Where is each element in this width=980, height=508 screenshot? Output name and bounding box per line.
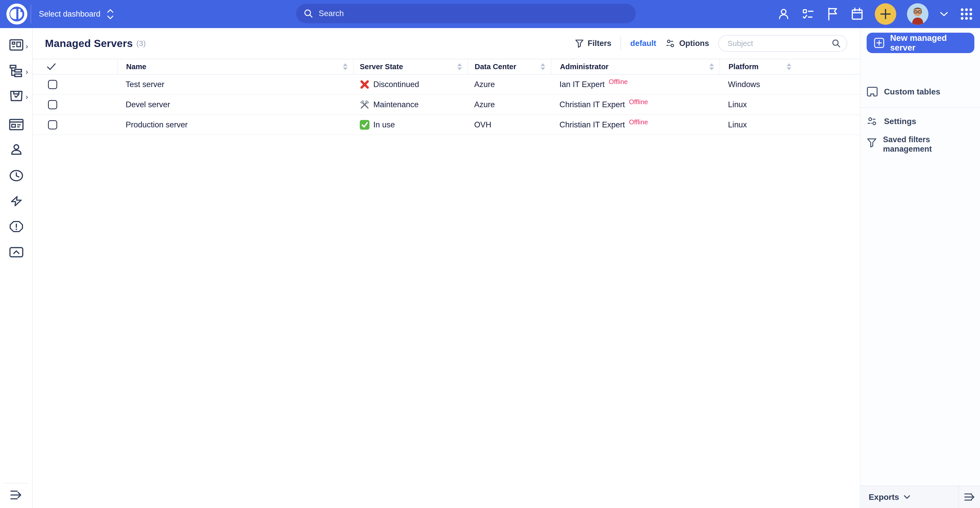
exports-dropdown[interactable]: Exports [869, 492, 910, 502]
administrator-name: Christian IT Expert [560, 100, 625, 109]
sort-arrows-icon[interactable] [710, 63, 714, 70]
options-sliders-icon [665, 38, 676, 49]
search-icon [303, 8, 313, 19]
main-content: Managed Servers (3) Filters default Opti… [33, 28, 860, 508]
user-avatar[interactable] [907, 3, 928, 25]
apps-grid-icon[interactable] [959, 7, 974, 21]
app-logo-icon[interactable] [6, 3, 27, 25]
column-header-data-center[interactable]: Data Center [468, 59, 551, 74]
user-icon[interactable] [777, 7, 791, 21]
sidebar-item-collapse-group[interactable] [0, 240, 33, 265]
row-checkbox[interactable] [48, 100, 57, 109]
top-bar: Select dashboard [0, 0, 980, 28]
subject-filter [718, 35, 847, 52]
sidebar-item-people[interactable] [0, 137, 33, 162]
topbar-divider [31, 5, 31, 24]
sidebar-bottom-divider [5, 483, 28, 484]
collapse-panel-arrow-icon[interactable] [959, 486, 980, 508]
chevron-right-icon: › [25, 42, 28, 51]
lightning-icon [10, 195, 23, 207]
servers-table: Name Server State Data Center Administra… [33, 59, 860, 135]
search-input[interactable] [319, 9, 625, 18]
column-header-server-state[interactable]: Server State [353, 59, 468, 74]
new-managed-server-button[interactable]: New managed server [867, 33, 974, 53]
default-filter-link[interactable]: default [630, 39, 656, 48]
sidebar-item-quick-actions[interactable] [0, 189, 33, 213]
platform: Linux [728, 100, 747, 109]
page-title: Managed Servers [45, 38, 133, 49]
administrator-name: Ian IT Expert [560, 80, 605, 89]
settings-button[interactable]: Settings [867, 116, 916, 127]
right-action-panel: New managed server Custom tables Setting… [860, 28, 980, 508]
sort-arrows-icon[interactable] [343, 63, 347, 70]
collapse-up-icon [9, 247, 24, 258]
custom-tables-button[interactable]: Custom tables [867, 86, 940, 97]
sidebar-item-alerts[interactable] [0, 214, 33, 239]
sort-arrows-icon[interactable] [787, 63, 791, 70]
saved-filters-funnel-icon [867, 137, 877, 148]
server-name: Production server [126, 120, 188, 129]
new-managed-server-label: New managed server [890, 33, 974, 52]
calendar-icon[interactable] [850, 7, 864, 21]
expand-sidebar-arrow-icon[interactable] [9, 487, 24, 502]
global-search [296, 4, 636, 23]
offline-status-badge: Offline [629, 98, 648, 106]
chevron-right-icon: › [25, 67, 28, 76]
plus-square-icon [874, 38, 885, 48]
sidebar-item-tree[interactable]: › [0, 59, 33, 83]
toolbar-separator [620, 37, 621, 50]
tasks-checklist-icon[interactable] [801, 7, 815, 21]
table-toolbar: Filters default Options [575, 28, 847, 59]
sidebar-item-projects[interactable]: › [0, 84, 33, 108]
exports-bar: Exports [861, 486, 980, 508]
sort-arrows-icon[interactable] [457, 63, 462, 70]
left-sidebar: › › › [0, 28, 33, 508]
server-state: In use [373, 120, 395, 129]
flag-icon[interactable] [826, 7, 840, 21]
chevron-right-icon: › [25, 92, 28, 101]
quick-add-plus-icon[interactable] [875, 3, 896, 25]
custom-tables-icon [867, 86, 878, 97]
sidebar-item-time[interactable] [0, 164, 33, 188]
row-checkbox[interactable] [48, 120, 57, 129]
column-header-platform[interactable]: Platform [719, 59, 797, 74]
column-header-name[interactable]: Name [118, 59, 353, 74]
platform: Linux [728, 120, 747, 129]
chevron-down-icon [904, 495, 910, 499]
app-root: Select dashboard [0, 0, 980, 508]
server-name: Test server [126, 80, 164, 89]
options-button[interactable]: Options [665, 38, 709, 49]
sort-arrows-icon[interactable] [541, 63, 545, 70]
dashboard-icon [9, 39, 24, 51]
sidebar-item-dashboards[interactable]: › [0, 33, 33, 57]
panel-divider [861, 107, 980, 108]
dashboard-selector[interactable]: Select dashboard [39, 0, 114, 28]
chevron-down-icon[interactable] [939, 7, 949, 21]
alert-octagon-icon [9, 221, 24, 233]
column-header-administrator[interactable]: Administrator [551, 59, 719, 74]
green-check-box-icon [359, 119, 370, 130]
clock-icon [9, 170, 24, 182]
subject-input[interactable] [718, 35, 847, 52]
server-name: Devel server [126, 100, 170, 109]
filter-funnel-icon [575, 39, 584, 48]
saved-filters-label: Saved filters management [883, 135, 932, 154]
topbar-actions [777, 0, 974, 28]
subject-search-icon[interactable] [831, 38, 841, 48]
server-state: Discontinued [373, 80, 419, 89]
table-row[interactable]: Devel server Maintenance Azure Christian… [33, 95, 860, 115]
record-count: (3) [136, 39, 146, 48]
tree-structure-icon [9, 64, 24, 78]
data-center: Azure [474, 100, 495, 109]
table-row[interactable]: Production server In use OVH Christian I… [33, 115, 860, 135]
table-header-row: Name Server State Data Center Administra… [33, 59, 860, 75]
row-checkbox[interactable] [48, 80, 57, 89]
settings-sliders-icon [867, 116, 878, 127]
options-label: Options [679, 39, 709, 48]
saved-filters-button[interactable]: Saved filters management [867, 135, 932, 154]
table-row[interactable]: Test server Discontinued Azure Ian IT Ex… [33, 75, 860, 95]
filters-button[interactable]: Filters [575, 39, 611, 48]
select-all-check-icon[interactable] [46, 63, 56, 70]
sidebar-item-forms[interactable] [0, 112, 33, 137]
administrator-name: Christian IT Expert [560, 120, 625, 129]
